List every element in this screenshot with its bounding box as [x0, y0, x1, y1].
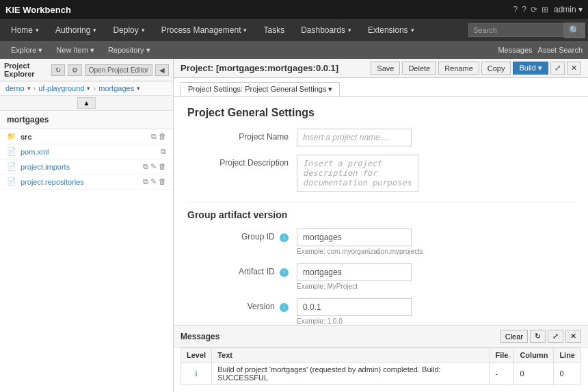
- repository-menu[interactable]: Repository ▾: [103, 41, 156, 59]
- rename-button[interactable]: Rename: [438, 62, 479, 75]
- copy-icon[interactable]: ⧉: [151, 132, 157, 141]
- project-name-label: Project Name: [187, 129, 297, 142]
- project-description-input[interactable]: [297, 155, 418, 192]
- project-settings-tab[interactable]: Project Settings: Project General Settin…: [181, 82, 340, 96]
- nav-search-container: 🔍: [468, 23, 585, 38]
- delete-button[interactable]: Delete: [402, 62, 436, 75]
- save-button[interactable]: Save: [371, 62, 400, 75]
- group-id-input[interactable]: [297, 228, 412, 246]
- group-id-wrap: Example: com.myorganization.myprojects: [297, 228, 574, 255]
- nav-tasks[interactable]: Tasks: [255, 19, 293, 41]
- artifact-id-info-icon: i: [280, 268, 289, 277]
- delete-icon[interactable]: 🗑: [159, 132, 166, 141]
- breadcrumb-demo[interactable]: demo: [5, 84, 25, 92]
- edit-icon[interactable]: ✎: [150, 177, 157, 186]
- col-line: Line: [554, 348, 581, 363]
- list-item: 📄 pom.xml ⧉: [0, 144, 173, 159]
- search-button[interactable]: 🔍: [564, 23, 585, 38]
- nav-authoring[interactable]: Authoring ▾: [47, 19, 105, 41]
- explore-menu[interactable]: Explore ▾: [5, 41, 48, 59]
- breadcrumb-mortgages[interactable]: mortgages: [98, 84, 134, 92]
- expand-messages-btn[interactable]: ⤢: [548, 330, 563, 343]
- refresh-icon[interactable]: ⟳: [531, 5, 537, 14]
- delete-icon[interactable]: 🗑: [159, 177, 166, 186]
- close-messages-btn[interactable]: ✕: [565, 330, 581, 343]
- top-bar-left: KIE Workbench: [5, 5, 71, 15]
- project-description-group: Project Description: [187, 155, 574, 194]
- file-actions-src: ⧉ 🗑: [151, 132, 166, 141]
- group-id-group: Group ID i Example: com.myorganization.m…: [187, 228, 574, 255]
- expand-icon[interactable]: ⤢: [550, 62, 565, 75]
- grid-icon[interactable]: ⊞: [542, 5, 548, 14]
- close-icon[interactable]: ✕: [567, 62, 581, 75]
- copy-button[interactable]: Copy: [481, 62, 511, 75]
- nav-extensions[interactable]: Extensions ▾: [360, 19, 423, 41]
- nav-home[interactable]: Home ▾: [3, 19, 47, 41]
- version-input[interactable]: [297, 298, 412, 316]
- file-icon: 📄: [7, 162, 16, 171]
- copy-icon[interactable]: ⧉: [143, 177, 148, 186]
- sidebar-collapse-btn[interactable]: ◀: [155, 64, 169, 76]
- group-id-label: Group ID i: [187, 228, 297, 242]
- open-project-editor-btn[interactable]: Open Project Editor: [85, 64, 152, 76]
- breadcrumb-uf-playground[interactable]: uf-playground: [38, 84, 84, 92]
- version-hint: Example: 1.0.0: [297, 317, 574, 325]
- info-icon[interactable]: ?: [522, 5, 526, 14]
- sidebar-section-label: mortgages: [0, 111, 173, 129]
- nav-dashboards[interactable]: Dashboards ▾: [293, 19, 360, 41]
- new-item-menu[interactable]: New Item ▾: [51, 41, 100, 59]
- clear-messages-btn[interactable]: Clear: [500, 330, 528, 343]
- version-wrap: Example: 1.0.0: [297, 298, 574, 325]
- content-tabs: Project Settings: Project General Settin…: [174, 78, 588, 97]
- asset-search-link[interactable]: Asset Search: [538, 46, 583, 54]
- file-name-src[interactable]: src: [21, 133, 147, 141]
- col-text: Text: [212, 348, 490, 363]
- general-settings-title: Project General Settings: [187, 107, 574, 119]
- file-name-project-imports[interactable]: project.imports: [21, 163, 139, 171]
- sidebar-files: 📁 src ⧉ 🗑 📄 pom.xml ⧉ 📄 project.imports …: [0, 129, 173, 392]
- artifact-id-hint: Example: MyProject: [297, 283, 574, 290]
- build-button[interactable]: Build ▾: [513, 62, 548, 75]
- uf-playground-caret[interactable]: ▾: [87, 85, 90, 92]
- file-name-project-repos[interactable]: project.repositories: [21, 178, 139, 186]
- breadcrumb: demo ▾ › uf-playground ▾ › mortgages ▾: [0, 81, 173, 96]
- artifact-id-group: Artifact ID i Example: MyProject: [187, 263, 574, 290]
- mortgages-caret[interactable]: ▾: [137, 85, 140, 92]
- project-name-input[interactable]: [297, 129, 412, 146]
- project-name-group: Project Name: [187, 129, 574, 146]
- content-header: Project: [mortgages:mortgages:0.0.1] Sav…: [174, 59, 588, 78]
- file-name-pom[interactable]: pom.xml: [21, 148, 157, 156]
- info-circle-icon: ℹ: [195, 369, 198, 378]
- nav-process-management[interactable]: Process Management ▾: [153, 19, 256, 41]
- project-description-label: Project Description: [187, 155, 297, 168]
- edit-icon[interactable]: ✎: [150, 162, 157, 171]
- file-icon: 📄: [7, 147, 16, 156]
- artifact-id-input[interactable]: [297, 263, 412, 281]
- sidebar-config-btn[interactable]: ⚙: [68, 64, 82, 76]
- artifact-id-wrap: Example: MyProject: [297, 263, 574, 290]
- help-icon[interactable]: ?: [513, 5, 518, 14]
- scroll-up-btn[interactable]: ▲: [77, 97, 96, 109]
- group-id-info-icon: i: [280, 233, 289, 242]
- content-body: Project General Settings Project Name Pr…: [174, 97, 588, 325]
- admin-menu[interactable]: admin ▾: [554, 5, 583, 14]
- col-column: Column: [514, 348, 554, 363]
- sidebar-refresh-btn[interactable]: ↻: [51, 64, 65, 76]
- demo-caret[interactable]: ▾: [27, 85, 31, 92]
- search-input[interactable]: [468, 23, 564, 37]
- messages-link[interactable]: Messages: [498, 46, 532, 54]
- group-artifact-title: Group artifact version: [187, 202, 574, 220]
- nav-deploy[interactable]: Deploy ▾: [105, 19, 152, 41]
- content-area: Project: [mortgages:mortgages:0.0.1] Sav…: [174, 59, 588, 392]
- folder-icon: 📁: [7, 132, 16, 141]
- copy-icon[interactable]: ⧉: [161, 147, 166, 156]
- messages-table: Level Text File Column Line ℹ Build of p…: [181, 348, 581, 385]
- sidebar-scroll-up: ▲: [0, 96, 173, 111]
- delete-icon[interactable]: 🗑: [159, 162, 166, 171]
- refresh-messages-btn[interactable]: ↻: [530, 330, 546, 343]
- message-file-cell: -: [490, 363, 514, 385]
- list-item: 📄 project.repositories ⧉ ✎ 🗑: [0, 174, 173, 190]
- project-description-wrap: [297, 155, 574, 194]
- file-actions-repos: ⧉ ✎ 🗑: [143, 177, 166, 186]
- copy-icon[interactable]: ⧉: [143, 162, 148, 171]
